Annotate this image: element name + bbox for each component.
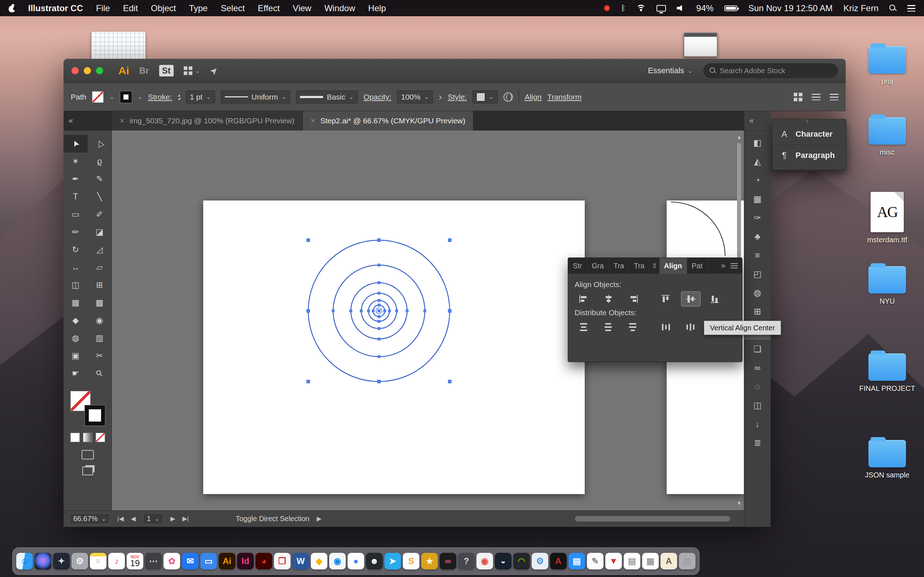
menubar-menu[interactable]: Help — [368, 3, 386, 13]
last-artboard-button[interactable]: ▶| — [182, 515, 189, 522]
tool-free-transform-tool[interactable]: ▱ — [88, 259, 112, 276]
document-setup-globe-icon[interactable] — [504, 92, 513, 102]
tool-shaper-tool[interactable]: ✏ — [63, 223, 88, 241]
desktop-folder[interactable]: NYU — [850, 263, 924, 305]
panel-layers-panel-icon[interactable]: ≣ — [744, 434, 771, 452]
dock-item-safari[interactable]: ◉ — [329, 553, 346, 569]
gradient-button[interactable] — [83, 433, 92, 442]
workspace-switcher[interactable]: Essentials ⌄ — [648, 66, 693, 76]
panel-cc-libraries-panel-icon[interactable]: ∞ — [744, 358, 771, 377]
battery-icon[interactable] — [724, 5, 737, 11]
tool-eraser-tool[interactable]: ◪ — [88, 223, 112, 241]
dock-item-mission-control[interactable]: ⋯ — [145, 553, 162, 569]
dock-item-calendar[interactable]: NOV 19 — [127, 553, 143, 569]
spotlight-search-icon[interactable] — [889, 5, 897, 12]
bluetooth-icon[interactable]: ᛒ — [621, 3, 625, 13]
dock-item-adobe-app[interactable]: A — [550, 553, 567, 569]
dock-item-notes[interactable]: ≡ — [90, 553, 107, 569]
screen-mode-button[interactable] — [82, 450, 94, 459]
dock-item-launchpad[interactable]: ✦ — [53, 553, 69, 569]
width-profile-combo[interactable]: Uniform ⌄ — [221, 90, 291, 103]
scroll-up-arrow[interactable]: ▲ — [735, 134, 743, 140]
panel-artboards-panel-icon[interactable]: ◫ — [744, 396, 771, 415]
tab-close-icon[interactable]: × — [311, 116, 315, 126]
status-hint-arrow-icon[interactable]: ▶ — [317, 515, 321, 522]
tool-rotate-tool[interactable]: ↻ — [63, 241, 88, 259]
opacity-panel-link[interactable]: Opacity: — [363, 93, 391, 102]
dock-item-files-blue[interactable]: ▤ — [569, 553, 585, 569]
user-menu[interactable]: Kriz Fern — [843, 3, 879, 13]
dock-item-trash[interactable]: ▥ — [679, 553, 696, 569]
stroke-weight-stepper[interactable]: ▴ ▾ — [178, 93, 181, 101]
expand-panel-icon[interactable]: › — [439, 91, 442, 103]
tool-eyedropper-tool[interactable]: ◆ — [63, 311, 88, 329]
doc-tab[interactable]: × Step2.ai* @ 66.67% (CMYK/GPU Preview) — [303, 111, 474, 131]
chevron-down-icon[interactable]: ⌄ — [137, 93, 142, 100]
artboard-number-combo[interactable]: 1 ⌄ — [143, 513, 163, 524]
arrange-documents-icon[interactable] — [794, 93, 802, 102]
next-artboard-button[interactable]: ▶ — [170, 515, 175, 522]
stroke-weight-combo[interactable]: 1 pt ⌄ — [186, 90, 215, 103]
volume-icon[interactable] — [677, 5, 685, 11]
stroke-color-swatch[interactable] — [120, 91, 132, 103]
menubar-menu[interactable]: Object — [151, 3, 176, 13]
transform-panel-link[interactable]: Transform — [547, 93, 582, 102]
zoom-window-button[interactable] — [96, 67, 103, 74]
dock-item-siri[interactable] — [35, 553, 51, 569]
dock-item-photo-booth[interactable]: ◉ — [477, 553, 493, 569]
bridge-button[interactable]: Br — [139, 66, 149, 76]
panel-appearance-panel-icon[interactable]: ◌ — [744, 377, 771, 396]
panel-stroke-panel-icon[interactable]: ≡ — [744, 246, 771, 265]
tool-slice-tool[interactable]: ✂ — [88, 347, 112, 364]
dock-item-pdf-doc[interactable]: ▼ — [605, 553, 622, 569]
desktop-folder[interactable]: JSON sample — [850, 436, 924, 479]
dock-item-sketch[interactable]: ◆ — [311, 553, 327, 569]
tool-mesh-tool[interactable]: ▦ — [63, 294, 88, 311]
tool-blend-tool[interactable]: ◉ — [88, 311, 112, 329]
menubar-menu[interactable]: View — [293, 3, 312, 13]
vertical-align-bottom-button[interactable] — [706, 292, 725, 306]
menubar-menu[interactable]: Effect — [258, 3, 280, 13]
gpu-performance-icon[interactable]: ➤ — [207, 64, 221, 77]
dock-item-indesign[interactable]: Id — [237, 553, 254, 569]
desktop-folder[interactable]: proj — [850, 43, 924, 85]
first-artboard-button[interactable]: |◀ — [117, 515, 124, 522]
wifi-icon[interactable] — [636, 5, 646, 11]
dock-item-help[interactable]: ? — [458, 553, 475, 569]
horizontal-align-left-button[interactable] — [575, 292, 593, 306]
panel-brushes-panel-icon[interactable]: ✑ — [744, 208, 771, 227]
change-screen-mode-button[interactable] — [82, 467, 93, 475]
panel-tab-pathfinder[interactable]: Pat — [687, 258, 708, 274]
panel-transform-panel-icon[interactable]: ⊞ — [744, 302, 771, 321]
dock-item-github[interactable]: ☻ — [366, 553, 383, 569]
panel-menu-icon[interactable] — [830, 94, 838, 100]
panel-symbols-panel-icon[interactable]: ♣ — [744, 227, 771, 246]
previous-artboard-button[interactable]: ◀ — [131, 515, 136, 522]
collapse-tools-icon[interactable]: « — [63, 111, 112, 131]
dock-item-badge[interactable]: ★ — [421, 553, 438, 569]
panel-tab[interactable]: Gra — [587, 258, 609, 274]
desktop-folder[interactable]: FINAL PROJECT — [850, 350, 924, 393]
character-panel-tab[interactable]: A Character — [772, 124, 846, 145]
tool-zoom-tool[interactable]: ⚲ — [88, 364, 112, 382]
dock-item-word[interactable]: W — [292, 553, 309, 569]
panel-asset-export-panel-icon[interactable]: ↓ — [744, 415, 771, 434]
dock-item-sublime-text[interactable]: S — [403, 553, 419, 569]
dock-item-doc-1[interactable]: ▤ — [624, 553, 640, 569]
tab-close-icon[interactable]: × — [120, 116, 124, 126]
dock-item-photos[interactable]: ✿ — [163, 553, 180, 569]
tool-line-segment-tool[interactable]: ╲ — [88, 188, 112, 206]
vertical-distribute-bottom-button[interactable] — [624, 320, 643, 334]
tool-direct-selection-tool[interactable]: ▷ — [88, 135, 112, 153]
horizontal-scroll-thumb[interactable] — [575, 516, 730, 521]
tool-magic-wand-tool[interactable]: ✶ — [63, 153, 88, 170]
style-panel-link[interactable]: Style: — [448, 93, 467, 102]
vertical-distribute-top-button[interactable] — [575, 320, 593, 334]
dock-item-mail[interactable]: ✉ — [182, 553, 199, 569]
panel-swatches-panel-icon[interactable]: ▦ — [744, 190, 771, 208]
panel-color-panel-icon[interactable]: ◧ — [744, 134, 771, 152]
menubar-menu[interactable]: Window — [325, 3, 355, 13]
tool-lasso-tool[interactable]: ϱ — [88, 153, 112, 170]
app-menu-title[interactable]: Illustrator CC — [28, 3, 83, 13]
stroke-panel-link[interactable]: Stroke: — [148, 93, 172, 102]
